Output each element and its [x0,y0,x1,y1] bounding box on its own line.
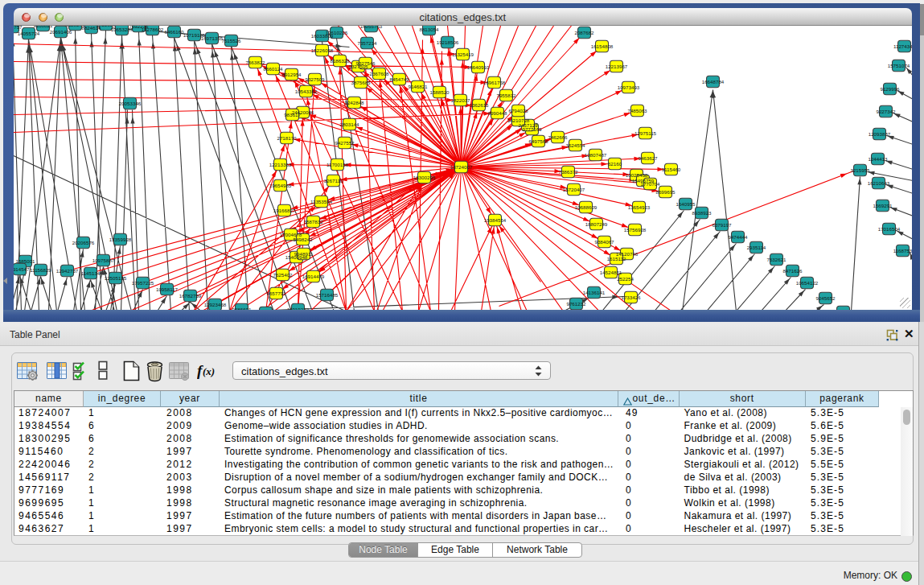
svg-text:1615112: 1615112 [606,256,626,262]
svg-text:8990448: 8990448 [487,110,507,116]
svg-text:16210728: 16210728 [507,117,529,123]
svg-text:6794028: 6794028 [508,108,528,113]
svg-text:9327546: 9327546 [355,60,376,66]
svg-text:16914479: 16914479 [302,274,324,279]
svg-text:16782759: 16782759 [179,293,201,299]
svg-text:17957225: 17957225 [131,280,154,286]
svg-text:18640910: 18640910 [466,64,489,70]
svg-text:1569291: 1569291 [873,203,893,208]
svg-text:9115460: 9115460 [661,167,680,172]
svg-text:10543362: 10543362 [294,89,317,94]
svg-text:12213967: 12213967 [605,64,627,69]
svg-text:2718170: 2718170 [277,135,297,141]
svg-text:11325419: 11325419 [451,51,474,57]
svg-text:11700156: 11700156 [326,162,348,167]
svg-text:3624554: 3624554 [565,142,585,148]
svg-text:17359928: 17359928 [109,237,131,242]
svg-text:1733426: 1733426 [621,295,641,300]
svg-text:6466160: 6466160 [164,29,184,35]
svg-text:8938923: 8938923 [692,210,712,216]
svg-text:9686691: 9686691 [232,307,252,310]
svg-text:16055763: 16055763 [359,26,382,29]
svg-text:15716485: 15716485 [315,292,338,298]
svg-text:8660124: 8660124 [263,66,283,72]
svg-text:10025438: 10025438 [625,172,647,178]
svg-text:10958117: 10958117 [155,286,178,292]
svg-text:11274341: 11274341 [893,43,912,49]
svg-text:9108821: 9108821 [33,26,53,28]
svg-text:16971355: 16971355 [200,35,223,41]
svg-text:2087682: 2087682 [574,30,594,35]
svg-text:12923468: 12923468 [203,302,226,307]
svg-text:7462666: 7462666 [548,134,568,140]
svg-text:(x): (x) [203,365,215,377]
svg-text:62160: 62160 [607,161,622,167]
svg-text:8912954: 8912954 [281,72,302,77]
svg-text:10807487: 10807487 [584,152,606,158]
svg-text:9245652: 9245652 [815,295,836,301]
svg-text:1168753: 1168753 [893,248,912,253]
svg-text:11919272: 11919272 [286,307,309,310]
svg-text:2457129: 2457129 [518,122,538,128]
svg-text:14524851: 14524851 [599,270,622,275]
svg-text:13654923: 13654923 [627,204,650,210]
svg-text:8471626: 8471626 [782,268,803,274]
svg-text:1822037: 1822037 [450,97,470,103]
svg-text:5498242: 5498242 [293,237,313,242]
svg-text:16154808: 16154808 [590,43,613,49]
svg-text:3267110: 3267110 [323,178,343,183]
svg-text:3875685: 3875685 [351,80,371,85]
svg-text:16210643: 16210643 [867,180,889,186]
svg-text:7955812: 7955812 [496,93,516,98]
svg-text:9761232: 9761232 [566,301,586,307]
svg-text:12213363: 12213363 [269,162,291,167]
svg-text:18807249: 18807249 [585,221,607,227]
svg-text:11353594: 11353594 [310,199,332,204]
svg-text:15226058: 15226058 [310,47,333,53]
svg-text:2367608: 2367608 [369,71,389,76]
svg-text:10688609: 10688609 [574,204,597,210]
svg-text:20691406: 20691406 [49,29,72,35]
svg-text:1585001: 1585001 [15,258,35,264]
svg-text:983617: 983617 [284,112,301,117]
svg-text:3587832: 3587832 [303,219,323,225]
svg-text:11156829: 11156829 [30,267,51,273]
svg-text:19218506: 19218506 [436,39,458,45]
svg-text:15751074: 15751074 [887,63,910,68]
svg-text:6379197: 6379197 [712,222,732,228]
svg-text:17016504: 17016504 [877,226,900,232]
svg-text:15720407: 15720407 [562,187,585,192]
svg-text:1244413: 1244413 [868,156,888,162]
svg-text:9914547: 9914547 [14,266,30,272]
svg-text:9327509: 9327509 [305,76,325,82]
svg-text:16648784: 16648784 [701,79,724,84]
svg-text:7663822: 7663822 [245,60,265,65]
svg-text:12093837: 12093837 [868,131,890,137]
svg-text:6497568: 6497568 [528,138,548,144]
svg-text:10654122: 10654122 [795,280,818,286]
svg-text:8813054: 8813054 [419,27,439,32]
svg-text:1640955: 1640955 [676,201,696,207]
svg-text:10975887: 10975887 [92,257,114,263]
svg-text:9474444: 9474444 [728,234,748,240]
svg-text:12942737: 12942737 [55,268,78,274]
svg-text:9227342: 9227342 [876,109,896,114]
svg-text:12610226: 12610226 [325,30,347,35]
svg-text:1362615: 1362615 [469,102,489,108]
svg-text:10973493: 10973493 [617,84,639,90]
svg-text:15756928: 15756928 [623,227,646,233]
svg-text:3215955: 3215955 [850,167,870,173]
svg-text:8699695: 8699695 [655,189,676,195]
svg-text:7386372: 7386372 [558,169,578,175]
svg-text:7357214: 7357214 [357,40,377,46]
svg-text:20206576: 20206576 [72,240,94,245]
svg-text:9427552: 9427552 [335,140,355,146]
svg-text:19654985: 19654985 [269,183,291,188]
svg-text:9384067: 9384067 [594,239,614,245]
svg-text:20053346: 20053346 [118,101,141,106]
svg-text:1770704: 1770704 [640,181,660,187]
svg-text:9135467: 9135467 [833,309,853,310]
svg-text:14055724: 14055724 [17,31,39,36]
svg-text:1145134: 1145134 [80,270,100,276]
svg-text:2146757: 2146757 [14,26,23,30]
